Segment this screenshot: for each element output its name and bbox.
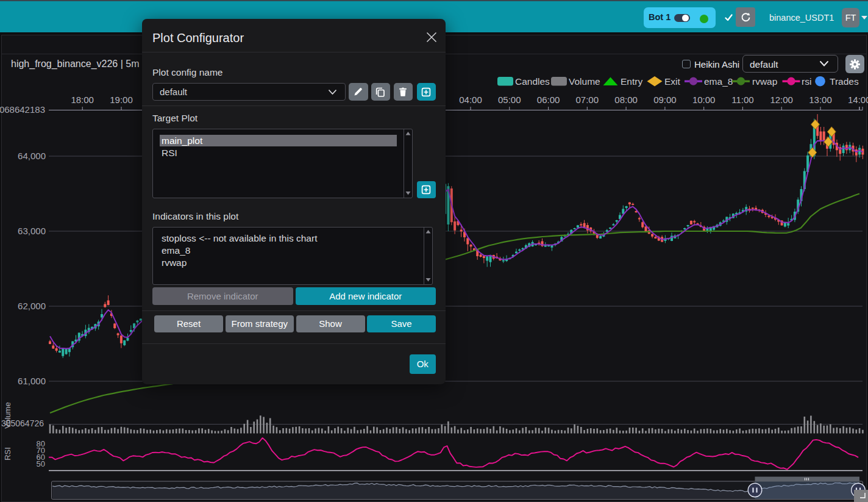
svg-text:06:00: 06:00 (537, 95, 560, 105)
svg-text:14:00: 14:00 (848, 95, 868, 105)
svg-text:13:00: 13:00 (809, 95, 832, 105)
svg-text:50: 50 (37, 459, 45, 468)
svg-text:high_frog_binance_v226 | 5m: high_frog_binance_v226 | 5m (11, 59, 140, 70)
svg-text:Exit: Exit (664, 76, 681, 87)
svg-text:11:00: 11:00 (731, 95, 753, 105)
svg-text:04:00: 04:00 (459, 95, 482, 105)
svg-text:rvwap: rvwap (752, 76, 777, 87)
svg-text:12:00: 12:00 (770, 95, 793, 105)
svg-text:64,000: 64,000 (18, 151, 46, 161)
svg-text:Candles: Candles (515, 76, 550, 87)
svg-text:RSI: RSI (3, 447, 12, 461)
svg-text:Volume: Volume (3, 402, 12, 428)
svg-text:rsi: rsi (802, 76, 811, 87)
svg-text:07:00: 07:00 (576, 95, 599, 105)
svg-text:Entry: Entry (621, 76, 642, 87)
svg-text:19:00: 19:00 (110, 95, 133, 105)
svg-text:05:00: 05:00 (498, 95, 521, 105)
svg-text:09:00: 09:00 (653, 95, 677, 105)
svg-text:63,000: 63,000 (18, 226, 46, 236)
svg-text:Volume: Volume (569, 76, 600, 87)
svg-text:62,000: 62,000 (18, 301, 46, 311)
svg-text:ema_8: ema_8 (704, 76, 733, 87)
svg-text:068642183: 068642183 (0, 104, 45, 115)
svg-text:10:00: 10:00 (692, 95, 716, 105)
svg-text:08:00: 08:00 (614, 95, 638, 105)
svg-text:18:00: 18:00 (71, 95, 94, 105)
svg-text:61,000: 61,000 (18, 376, 46, 386)
svg-text:Trades: Trades (830, 76, 859, 87)
